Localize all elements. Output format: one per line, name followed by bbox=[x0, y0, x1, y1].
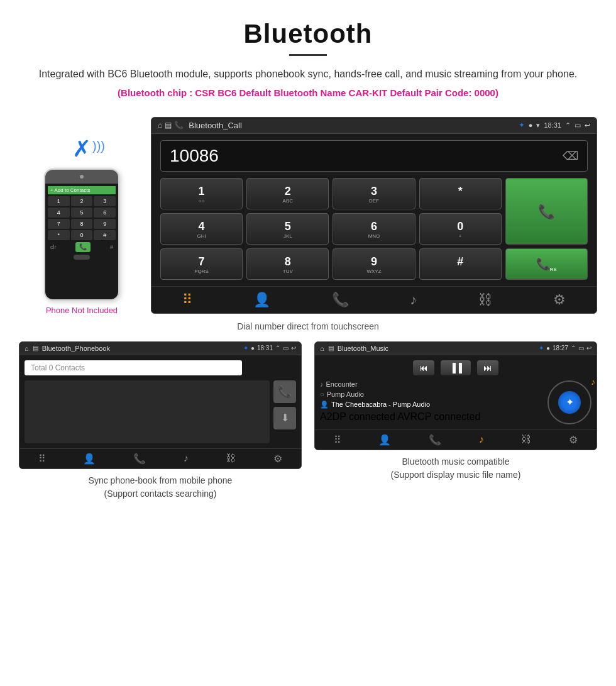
ms-back-icon[interactable]: ↩ bbox=[586, 345, 591, 351]
nav-calls-icon[interactable]: 📞 bbox=[332, 292, 349, 308]
pb-nav-calls[interactable]: 📞 bbox=[133, 453, 146, 465]
number-display: 10086 ⌫ bbox=[160, 140, 588, 172]
phone-key-8[interactable]: 8 bbox=[71, 219, 93, 229]
key-4[interactable]: 4GHI bbox=[160, 213, 243, 245]
back-icon[interactable]: ↩ bbox=[585, 121, 590, 130]
key-1[interactable]: 1○○ bbox=[160, 178, 243, 209]
ms-nav-contacts[interactable]: 👤 bbox=[378, 434, 391, 446]
key-6[interactable]: 6MNO bbox=[333, 213, 415, 245]
phone-call-button[interactable]: 📞 bbox=[75, 242, 91, 252]
ms-signal-dots: ● bbox=[546, 345, 550, 351]
phone-hash-label[interactable]: # bbox=[110, 244, 113, 250]
key-2[interactable]: 2ABC bbox=[246, 178, 329, 209]
call-action-button[interactable]: 📞 bbox=[273, 380, 296, 403]
phone-key-hash[interactable]: # bbox=[94, 230, 116, 240]
music-track2-row: ○ Pump Audio bbox=[320, 390, 542, 398]
phone-screen: + Add to Contacts 1 2 3 4 5 6 7 8 9 * 0 … bbox=[45, 184, 118, 299]
ms-nav-settings[interactable]: ⚙ bbox=[569, 434, 578, 446]
ms-collapse-icon[interactable]: ⌃ bbox=[571, 345, 576, 351]
top-section: ✗ ))) + Add to Contacts 1 2 3 4 5 6 7 bbox=[0, 117, 616, 315]
note-icon: ♪ bbox=[320, 380, 324, 388]
topbar-right: ✦ ● ▾ 18:31 ⌃ ▭ ↩ bbox=[519, 121, 590, 130]
page-title: Bluetooth bbox=[25, 19, 591, 49]
call-button[interactable]: 📞 bbox=[505, 178, 588, 245]
phone-contacts-bar: + Add to Contacts bbox=[48, 186, 116, 194]
track2-label: Pump Audio bbox=[327, 390, 364, 398]
ms-signal-icon: ▤ bbox=[328, 345, 334, 351]
key-5[interactable]: 5JKL bbox=[246, 213, 329, 245]
ms-window-icon[interactable]: ▭ bbox=[578, 345, 584, 351]
music-content: ⏮ ▐▐ ⏭ ♪ Encounter ○ Pump Audio bbox=[315, 355, 597, 429]
pb-home-icon[interactable]: ⌂ bbox=[25, 345, 29, 352]
collapse-icon[interactable]: ⌃ bbox=[565, 121, 571, 130]
key-3[interactable]: 3DEF bbox=[333, 178, 415, 209]
prev-track-button[interactable]: ⏮ bbox=[413, 360, 434, 375]
pb-back-icon[interactable]: ↩ bbox=[291, 345, 296, 351]
contacts-search-bar[interactable]: Total 0 Contacts bbox=[25, 360, 242, 375]
music-controls: ⏮ ▐▐ ⏭ bbox=[320, 360, 591, 375]
download-action-button[interactable]: ⬇ bbox=[273, 407, 296, 429]
call-indicator-icon: 📞 bbox=[174, 121, 184, 130]
specs-text: (Bluetooth chip : CSR BC6 Default Blueto… bbox=[25, 87, 591, 98]
pb-collapse-icon[interactable]: ⌃ bbox=[275, 345, 280, 351]
key-8[interactable]: 8TUV bbox=[246, 248, 329, 280]
phone-key-star[interactable]: * bbox=[48, 230, 70, 240]
pb-nav-dialpad[interactable]: ⠿ bbox=[38, 453, 46, 465]
phone-key-0[interactable]: 0 bbox=[71, 230, 93, 240]
phone-not-included-label: Phone Not Included bbox=[46, 306, 118, 315]
phone-key-5[interactable]: 5 bbox=[71, 207, 93, 218]
keypad: 1○○ 2ABC 3DEF * 📞 4GHI 5JKL 6MNO 0+ 7PQR… bbox=[160, 178, 588, 280]
phone-key-7[interactable]: 7 bbox=[48, 219, 70, 229]
key-0[interactable]: 0+ bbox=[419, 213, 502, 245]
phonebook-content: Total 0 Contacts 📞 ⬇ bbox=[19, 355, 301, 448]
ms-home-icon[interactable]: ⌂ bbox=[320, 345, 324, 352]
pb-nav-link[interactable]: ⛓ bbox=[226, 453, 236, 464]
ms-nav-dialpad[interactable]: ⠿ bbox=[334, 434, 341, 446]
key-9[interactable]: 9WXYZ bbox=[333, 248, 415, 280]
battery-icon: ▾ bbox=[536, 121, 540, 130]
play-pause-button[interactable]: ▐▐ bbox=[441, 360, 471, 375]
pb-bt-icon: ✦ bbox=[243, 345, 248, 351]
bottom-screens: ⌂ ▤ Bluetooth_Phonebook ✦ ● 18:31 ⌃ ▭ ↩ … bbox=[0, 341, 616, 501]
phone-key-2[interactable]: 2 bbox=[71, 196, 93, 206]
phone-key-3[interactable]: 3 bbox=[94, 196, 116, 206]
window-icon[interactable]: ▭ bbox=[575, 121, 581, 130]
nav-link-icon[interactable]: ⛓ bbox=[478, 292, 492, 308]
home-icon[interactable]: ⌂ bbox=[158, 121, 162, 130]
topbar-title: Bluetooth_Call bbox=[189, 121, 514, 130]
bluetooth-icon-area: ✗ ))) bbox=[72, 136, 91, 162]
nav-contacts-icon[interactable]: 👤 bbox=[253, 292, 270, 308]
car-screen-topbar: ⌂ ▤ 📞 Bluetooth_Call ✦ ● ▾ 18:31 ⌃ ▭ ↩ bbox=[151, 118, 597, 134]
backspace-button[interactable]: ⌫ bbox=[563, 149, 578, 163]
phone-key-4[interactable]: 4 bbox=[48, 207, 70, 218]
phone-key-9[interactable]: 9 bbox=[94, 219, 116, 229]
ms-time: 18:27 bbox=[553, 345, 568, 351]
phone-top-bar bbox=[45, 170, 118, 184]
nav-dialpad-icon[interactable]: ⠿ bbox=[182, 292, 192, 308]
ms-nav-link[interactable]: ⛓ bbox=[521, 434, 531, 445]
pb-nav-music[interactable]: ♪ bbox=[184, 453, 189, 464]
redial-button[interactable]: 📞RE bbox=[505, 248, 588, 280]
ms-nav-music[interactable]: ♪ bbox=[479, 434, 484, 445]
pb-window-icon[interactable]: ▭ bbox=[283, 345, 289, 351]
nav-music-icon[interactable]: ♪ bbox=[410, 292, 417, 308]
pb-nav-settings[interactable]: ⚙ bbox=[273, 453, 282, 465]
key-star[interactable]: * bbox=[419, 178, 502, 209]
ms-bt-icon: ✦ bbox=[539, 345, 544, 351]
circle-icon: ○ bbox=[320, 390, 324, 398]
next-track-button[interactable]: ⏭ bbox=[477, 360, 498, 375]
key-7[interactable]: 7PQRS bbox=[160, 248, 243, 280]
phone-home-button[interactable] bbox=[74, 255, 90, 260]
connection-status: A2DP connected AVRCP connected bbox=[320, 411, 542, 423]
phone-key-6[interactable]: 6 bbox=[94, 207, 116, 218]
pb-nav-contacts[interactable]: 👤 bbox=[83, 453, 96, 465]
key-hash[interactable]: # bbox=[419, 248, 502, 280]
a2dp-status: A2DP connected bbox=[320, 411, 395, 422]
ms-nav-calls[interactable]: 📞 bbox=[429, 434, 441, 446]
phone-clear-label[interactable]: clr bbox=[50, 244, 57, 250]
avrcp-status: AVRCP connected bbox=[397, 411, 480, 422]
nav-settings-icon[interactable]: ⚙ bbox=[553, 292, 566, 308]
phone-key-1[interactable]: 1 bbox=[48, 196, 70, 206]
phonebook-screen: ⌂ ▤ Bluetooth_Phonebook ✦ ● 18:31 ⌃ ▭ ↩ … bbox=[19, 341, 302, 469]
person-icon: 👤 bbox=[320, 401, 329, 409]
